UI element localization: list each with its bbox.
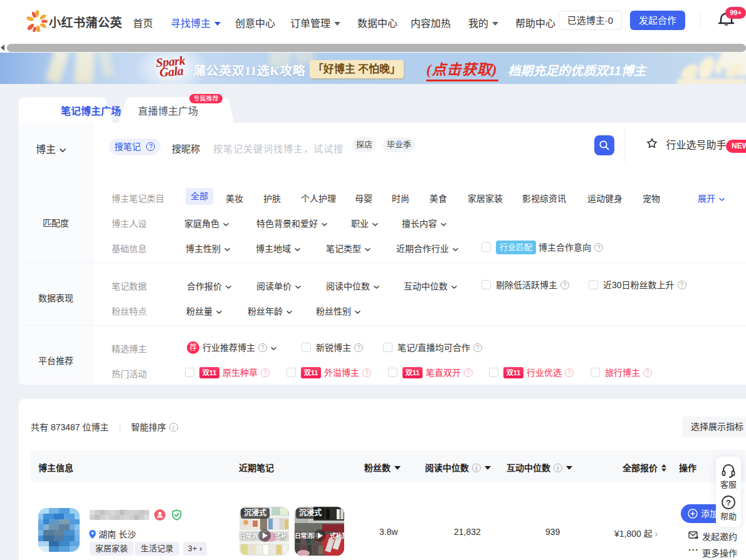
svg-text:?: ?: [726, 498, 731, 507]
